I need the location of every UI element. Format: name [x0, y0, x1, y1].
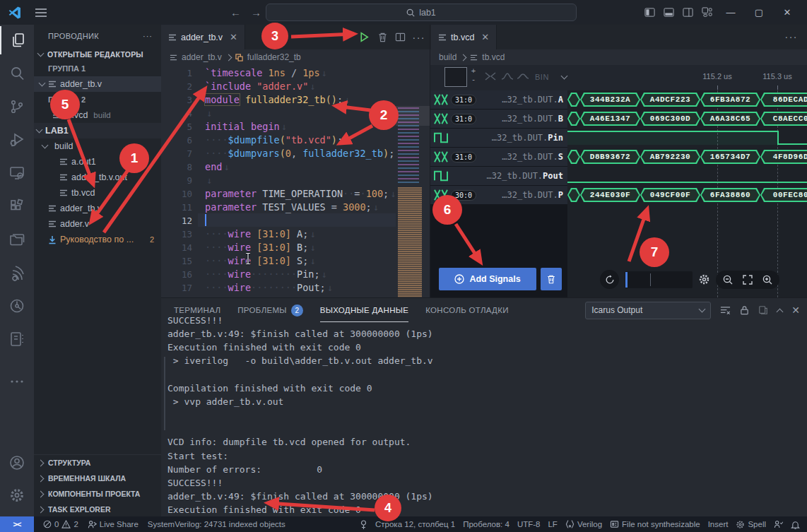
refresh-button[interactable]	[600, 270, 619, 289]
breadcrumb[interactable]: adder_tb.v fulladder32_tb	[161, 49, 430, 65]
tree-item-adder_tb.v.out[interactable]: adder_tb.v.out	[34, 170, 161, 185]
tree-item-adder_tb.v[interactable]: adder_tb.v	[34, 76, 161, 92]
fit-screen-icon[interactable]	[743, 275, 753, 285]
maximize-button[interactable]: ▢	[749, 7, 769, 18]
spell-checker[interactable]: Spell	[736, 520, 766, 529]
bus-value-segment[interactable]: 049CF00F	[640, 188, 700, 202]
close-window-button[interactable]: ✕	[777, 7, 797, 18]
project-folder-icon[interactable]	[0, 225, 34, 254]
forward-arrow-icon[interactable]: →	[251, 6, 261, 18]
output-channel-select[interactable]: Icarus Output	[585, 302, 711, 319]
tab-adder-tb[interactable]: adder_tb.v ✕	[161, 25, 245, 49]
notebook-icon[interactable]	[0, 325, 34, 353]
scroll-minimap[interactable]	[625, 271, 693, 288]
trash-icon[interactable]	[377, 32, 388, 42]
remove-signals-button[interactable]	[541, 268, 562, 290]
tree-item-lab1[interactable]: LAB1	[34, 123, 161, 138]
menu-hamburger-icon[interactable]	[35, 8, 47, 17]
chevron-down-icon[interactable]	[561, 73, 568, 80]
bus-value-segment[interactable]: A4DCF223	[640, 93, 700, 107]
bus-value-segment[interactable]: A46E1347	[580, 112, 640, 126]
run-debug-icon[interactable]	[0, 126, 34, 154]
zoom-in-icon[interactable]	[762, 275, 772, 285]
bus-value-segment[interactable]	[567, 188, 580, 202]
signal-row-S[interactable]: 31:0…32_tb.DUT.S	[430, 148, 567, 166]
bit-wave-segment[interactable]	[567, 169, 807, 183]
indexer-status[interactable]: SystemVerilog: 24731 indexed objects	[148, 520, 285, 528]
bit-wave-segment[interactable]	[567, 131, 777, 145]
open-in-editor-icon[interactable]	[758, 305, 768, 315]
more-icon[interactable]	[0, 367, 34, 396]
bus-value-segment[interactable]: 4F8D96DC	[760, 150, 807, 164]
synthesis-status[interactable]: File not synthesizable	[610, 520, 700, 528]
indentation[interactable]: Пробелов: 4	[463, 520, 509, 528]
close-tab-icon[interactable]: ✕	[230, 32, 237, 42]
toggle-panel-icon[interactable]	[664, 7, 674, 18]
remote-indicator[interactable]: ><	[0, 516, 34, 532]
remote-explorer-icon[interactable]	[0, 159, 34, 187]
bus-value-segment[interactable]: 6FA38860	[700, 188, 760, 202]
customize-layout-icon[interactable]	[702, 7, 712, 18]
toggle-secondary-sidebar-icon[interactable]	[683, 7, 693, 18]
value-box[interactable]	[444, 67, 467, 87]
insert-mode[interactable]: Insert	[708, 520, 729, 528]
command-center-search[interactable]: lab1	[266, 4, 577, 21]
add-signals-button[interactable]: Add Signals	[439, 268, 536, 290]
bus-value-segment[interactable]	[567, 112, 580, 126]
bus-value-segment[interactable]: 165734D7	[700, 150, 760, 164]
format-select[interactable]: BIN	[535, 73, 549, 81]
wave-linear-icon[interactable]	[501, 70, 514, 83]
signal-row-B[interactable]: 31:0…32_tb.DUT.B	[430, 110, 567, 128]
run-button[interactable]	[358, 31, 370, 43]
waveform-more-actions-icon[interactable]: ···	[785, 31, 799, 42]
tab-tbvcd[interactable]: tb.vcd ✕	[431, 25, 497, 49]
expand-button[interactable]: +	[470, 66, 477, 75]
source-control-icon[interactable]	[0, 93, 34, 121]
bit-wave-segment[interactable]	[777, 131, 807, 145]
open-editors-header[interactable]: ОТКРЫТЫЕ РЕДАКТОРЫ	[34, 47, 161, 62]
collapse-button[interactable]: -	[470, 75, 477, 83]
bus-value-segment[interactable]: 86DECAD3	[760, 93, 807, 107]
output-console[interactable]: SUCCESS!!!adder_tb.v:49: $finish called …	[167, 314, 433, 516]
section-временная-шкала[interactable]: ВРЕМЕННАЯ ШКАЛА	[34, 471, 161, 486]
toggle-sidebar-icon[interactable]	[644, 7, 655, 18]
settings-icon[interactable]	[0, 481, 34, 509]
section-структура[interactable]: СТРУКТУРА	[34, 455, 161, 471]
clear-output-icon[interactable]	[720, 305, 731, 316]
close-tab-icon[interactable]: ✕	[481, 32, 489, 42]
tree-item-tb.vcd[interactable]: tb.vcd	[34, 185, 161, 201]
section-компоненты-проекта[interactable]: КОМПОНЕНТЫ ПРОЕКТА	[34, 486, 161, 502]
lock-icon[interactable]	[740, 305, 749, 315]
account-icon[interactable]	[0, 449, 34, 477]
signal-row-Pout[interactable]: …32_tb.DUT.Pout	[430, 167, 567, 185]
timeline-icon[interactable]	[0, 292, 34, 320]
waveform-breadcrumb[interactable]: build tb.vcd	[430, 49, 807, 65]
wave-step-icon[interactable]	[517, 70, 529, 83]
tree-item-adder.v[interactable]: adder.v	[34, 216, 161, 232]
language-mode[interactable]: Verilog	[565, 520, 602, 528]
zoom-out-icon[interactable]	[723, 275, 733, 285]
bus-value-segment[interactable]: 00FEC803	[760, 188, 807, 202]
signal-row-Pin[interactable]: …32_tb.DUT.Pin	[430, 129, 567, 147]
bus-value-segment[interactable]: 069C300D	[640, 112, 700, 126]
notifications-bell-icon[interactable]	[791, 520, 800, 529]
extensions-icon[interactable]	[0, 192, 34, 220]
problems-status[interactable]: 0 2	[43, 520, 78, 528]
split-editor-icon[interactable]	[395, 32, 406, 42]
feedback-icon[interactable]	[774, 520, 783, 528]
bus-style-icon[interactable]	[484, 70, 497, 83]
bus-value-segment[interactable]: AB792230	[640, 150, 700, 164]
port-icon[interactable]	[360, 520, 367, 529]
bus-value-segment[interactable]	[567, 150, 580, 164]
bus-value-segment[interactable]: C8AECC09	[760, 112, 807, 126]
bus-value-segment[interactable]: 344B232A	[580, 93, 640, 107]
back-arrow-icon[interactable]: ←	[230, 6, 241, 18]
minimize-button[interactable]: —	[721, 7, 741, 18]
bus-value-segment[interactable]: 6FB3A872	[700, 93, 760, 107]
bus-value-segment[interactable]: 244E030F	[580, 188, 640, 202]
explorer-icon[interactable]	[0, 26, 35, 54]
search-icon[interactable]	[0, 59, 34, 88]
live-share-button[interactable]: Live Share	[88, 520, 139, 529]
panel-tab-консоль-отладки[interactable]: КОНСОЛЬ ОТЛАДКИ	[425, 298, 509, 322]
encoding[interactable]: UTF-8	[517, 520, 541, 528]
